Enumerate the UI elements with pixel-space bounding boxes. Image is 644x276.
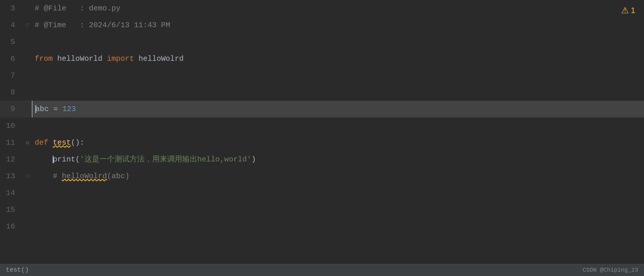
line-content-4: # @Time : 2024/6/13 11:43 PM: [32, 17, 644, 34]
line-content-9: abc = 123: [32, 101, 644, 117]
code-line-7: 7: [0, 67, 644, 84]
line-content-6: from helloWorld import helloWolrd: [32, 50, 644, 67]
line-content-13: # helloWolrd(abc): [32, 168, 644, 185]
line-number-5: 5: [0, 38, 23, 46]
statusbar-attribution: CSDN @Chiping_23: [583, 267, 638, 273]
code-line-3: 3 # @File : demo.py: [0, 0, 644, 17]
statusbar: test() CSDN @Chiping_23: [0, 264, 644, 276]
fold-icon-13[interactable]: □: [26, 174, 29, 179]
code-line-12: 12 print('这是一个测试方法，用来调用输出hello,world'): [0, 151, 644, 168]
line-number-14: 14: [0, 189, 23, 197]
line-number-16: 16: [0, 222, 23, 231]
line-number-10: 10: [0, 122, 23, 130]
line-content-3: # @File : demo.py: [32, 0, 644, 17]
line-number-8: 8: [0, 88, 23, 97]
line-number-3: 3: [0, 4, 23, 13]
code-line-16: 16: [0, 218, 644, 235]
gutter-13: □: [23, 174, 32, 179]
code-line-6: 6 from helloWorld import helloWolrd: [0, 50, 644, 67]
code-line-15: 15: [0, 201, 644, 218]
line-number-15: 15: [0, 205, 23, 214]
code-line-10: 10: [0, 117, 644, 134]
line-number-11: 11: [0, 138, 23, 147]
editor: ⚠ 1 3 # @File : demo.py 4 □ # @Time : 20…: [0, 0, 644, 264]
code-line-9: 9 abc = 123: [0, 101, 644, 117]
code-line-5: 5: [0, 34, 644, 50]
line-content-11: def test():: [32, 134, 644, 151]
line-number-12: 12: [0, 155, 23, 164]
statusbar-right: CSDN @Chiping_23: [583, 267, 638, 273]
statusbar-left: test(): [6, 266, 29, 274]
line-content-12: print('这是一个测试方法，用来调用输出hello,world'): [32, 151, 644, 168]
code-line-8: 8: [0, 84, 644, 101]
statusbar-scope: test(): [6, 266, 29, 274]
code-line-11: 11 ⊟ def test():: [0, 134, 644, 151]
line-number-7: 7: [0, 71, 23, 80]
code-line-13: 13 □ # helloWolrd(abc): [0, 168, 644, 185]
fold-icon-4[interactable]: □: [26, 23, 29, 28]
line-number-13: 13: [0, 172, 23, 181]
code-line-4: 4 □ # @Time : 2024/6/13 11:43 PM: [0, 17, 644, 34]
code-line-14: 14: [0, 185, 644, 201]
line-number-9: 9: [0, 105, 23, 113]
line-number-6: 6: [0, 54, 23, 63]
gutter-4: □: [23, 23, 32, 28]
gutter-11: ⊟: [23, 139, 32, 146]
code-area: 3 # @File : demo.py 4 □ # @Time : 2024/6…: [0, 0, 644, 264]
line-number-4: 4: [0, 21, 23, 30]
fold-icon-11[interactable]: ⊟: [26, 139, 29, 146]
